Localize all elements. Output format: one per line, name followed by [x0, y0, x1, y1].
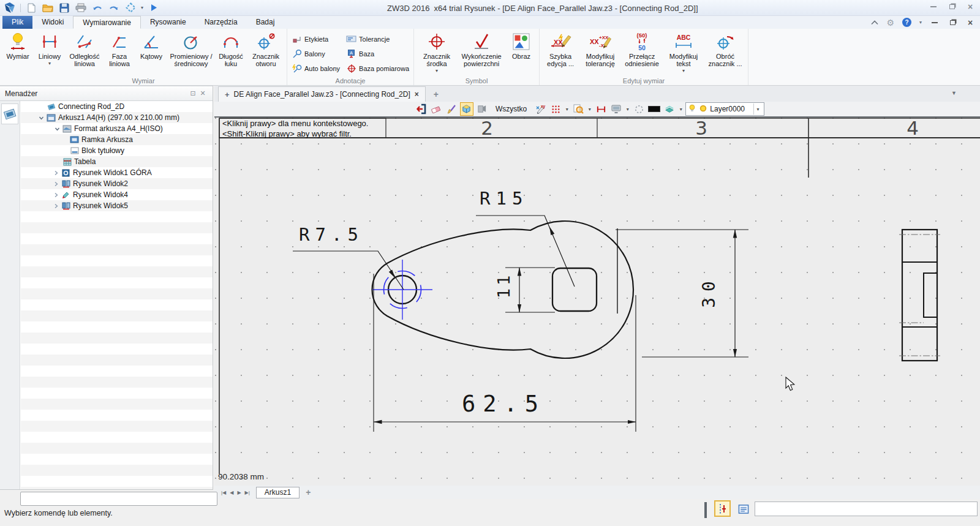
- dlugosc-luku-button[interactable]: Długość łuku: [215, 29, 247, 67]
- open-file-button[interactable]: [42, 2, 54, 14]
- manager-tab-icon[interactable]: [1, 103, 18, 124]
- panel-close-icon[interactable]: ✕: [198, 89, 208, 99]
- doc-close-button[interactable]: ×: [965, 18, 975, 27]
- dim-r15[interactable]: R15: [476, 188, 575, 287]
- restore-button[interactable]: [947, 2, 957, 11]
- new-document-tab-button[interactable]: +: [426, 86, 447, 102]
- liniowy-button[interactable]: Liniowy ▾: [34, 29, 66, 67]
- status-input-field[interactable]: [755, 502, 978, 516]
- tree-item-widok5[interactable]: Rysunek Widok5: [21, 200, 213, 211]
- regen-button[interactable]: [124, 2, 137, 14]
- tab-badaj[interactable]: Badaj: [247, 16, 284, 29]
- filter-icon[interactable]: [475, 102, 489, 116]
- sketch-xy-icon[interactable]: xy: [533, 102, 547, 116]
- tree-item-widok2[interactable]: Rysunek Widok2: [21, 178, 213, 189]
- paintbrush-icon[interactable]: [445, 102, 458, 116]
- redo-button[interactable]: [108, 2, 120, 14]
- tab-narzedzia[interactable]: Narzędzia: [195, 16, 247, 29]
- chevron-down-icon[interactable]: [38, 115, 44, 121]
- document-tab-active[interactable]: + DE Align Face_Parallel Jaw.z3 - [Conne…: [218, 86, 426, 102]
- panel-float-icon[interactable]: ⊡: [188, 89, 198, 99]
- wykonczenie-button[interactable]: Wykończenie powierzchni: [458, 29, 505, 67]
- minimize-button[interactable]: [929, 2, 938, 11]
- modyfikuj-tekst-button[interactable]: ABC Modyfikuj tekst ▾: [663, 29, 704, 75]
- modyfikuj-tolerancje-button[interactable]: XX+XX-XX Modyfikuj tolerancję: [579, 29, 621, 67]
- sheet-tab-arkusz1[interactable]: Arkusz1: [256, 487, 300, 498]
- next-sheet-button[interactable]: ▶: [235, 490, 243, 495]
- katowy-button[interactable]: Kątowy: [135, 29, 167, 60]
- command-input[interactable]: [20, 492, 217, 506]
- tree-item-widok4[interactable]: Rysunek Widok4: [21, 189, 213, 200]
- chevron-down-icon[interactable]: ▾: [141, 5, 143, 10]
- znacznik-otworu-button[interactable]: Znacznik otworu: [247, 29, 285, 67]
- baza-pomiarowa-button[interactable]: Baza pomiarowa: [344, 63, 412, 73]
- first-sheet-button[interactable]: |◀: [219, 490, 228, 495]
- doc-minimize-button[interactable]: [930, 18, 940, 27]
- chevron-down-icon[interactable]: ▾: [587, 107, 592, 112]
- add-sheet-button[interactable]: +: [306, 487, 311, 497]
- print-button[interactable]: [75, 2, 87, 14]
- display-mode-icon[interactable]: [609, 102, 623, 116]
- chevron-down-icon[interactable]: ▾: [625, 107, 630, 112]
- notes-toggle-button[interactable]: [736, 502, 750, 516]
- side-view[interactable]: [899, 230, 940, 361]
- layer-combobox[interactable]: Layer0000 ▾: [685, 102, 764, 116]
- exit-sketch-icon[interactable]: [414, 102, 428, 116]
- collapse-ribbon-icon[interactable]: [871, 18, 878, 27]
- chevron-down-icon[interactable]: ▾: [564, 107, 570, 112]
- promieniowy-button[interactable]: Promieniowy /średnicowy: [167, 29, 215, 67]
- chevron-down-icon[interactable]: [54, 126, 60, 132]
- tab-widoki[interactable]: Widoki: [32, 16, 73, 29]
- chevron-down-icon[interactable]: ▾: [678, 107, 684, 112]
- balony-button[interactable]: Balony: [289, 48, 342, 59]
- dimension-display-icon[interactable]: [594, 102, 608, 116]
- chevron-right-icon[interactable]: [53, 181, 59, 187]
- selection-filter-dropdown[interactable]: Wszystko: [491, 105, 532, 113]
- tree-item-arkusz1[interactable]: Arkusz1 A4(H) (297.00 x 210.00 mm): [21, 112, 213, 123]
- drawing-canvas[interactable]: 2 3 4 R7.5: [214, 118, 980, 486]
- grid-snap-icon[interactable]: [549, 102, 562, 116]
- dim-11[interactable]: 11: [494, 268, 555, 312]
- faza-liniowa-button[interactable]: Faza liniowa: [104, 29, 135, 67]
- eraser-icon[interactable]: [429, 102, 443, 116]
- zoom-region-icon[interactable]: [571, 102, 585, 116]
- chevron-right-icon[interactable]: [53, 192, 59, 198]
- last-sheet-button[interactable]: ▶|: [243, 490, 252, 495]
- tab-plik[interactable]: Plik: [2, 16, 32, 29]
- tree-item-format[interactable]: Format arkusza A4_H(ISO): [21, 123, 213, 134]
- undo-button[interactable]: [91, 2, 104, 14]
- selection-set-icon[interactable]: [632, 102, 646, 116]
- tab-rysowanie[interactable]: Rysowanie: [141, 16, 195, 29]
- new-file-button[interactable]: [25, 2, 37, 14]
- doc-restore-button[interactable]: [948, 18, 957, 27]
- close-button[interactable]: ×: [965, 2, 975, 11]
- tree-item-tabela[interactable]: Tabela: [21, 156, 213, 167]
- tree-item-ramka[interactable]: Ramka Arkusza: [21, 134, 213, 145]
- obraz-button[interactable]: Obraz: [505, 29, 537, 60]
- baza-button[interactable]: A Baza: [344, 48, 412, 59]
- auto-balony-button[interactable]: Auto balony: [289, 63, 342, 73]
- tolerancje-button[interactable]: Tolerancje: [344, 34, 412, 44]
- save-button[interactable]: [58, 2, 70, 14]
- obroc-znacznik-button[interactable]: Obróć znacznik ...: [704, 29, 746, 67]
- close-icon[interactable]: ×: [415, 90, 419, 99]
- prev-sheet-button[interactable]: ◀: [228, 490, 235, 495]
- zw3d-logo-icon[interactable]: [4, 2, 16, 14]
- chevron-down-icon[interactable]: ▾: [753, 103, 762, 115]
- znacznik-srodka-button[interactable]: Znacznik środka ▾: [416, 29, 458, 75]
- tab-wymiarowanie[interactable]: Wymiarowanie: [73, 16, 141, 29]
- odleglosc-liniowa-button[interactable]: Odległość liniowa: [66, 29, 104, 67]
- gear-icon[interactable]: ⚙: [886, 18, 894, 28]
- szybka-edycja-button[interactable]: XX Szybka edycja ...: [541, 29, 579, 67]
- etykieta-button[interactable]: Etykieta: [289, 34, 342, 44]
- line-color-swatch[interactable]: [647, 102, 661, 116]
- tree-item-widok1[interactable]: Rysunek Widok1 GÓRA: [21, 167, 213, 178]
- chevron-down-icon[interactable]: ▾: [919, 20, 922, 25]
- play-button[interactable]: [148, 2, 160, 14]
- layer-manager-icon[interactable]: [663, 102, 676, 116]
- chevron-right-icon[interactable]: [53, 203, 59, 209]
- wymiar-button[interactable]: Wymiar: [2, 29, 34, 60]
- przelacz-odniesienie-button[interactable]: (50)50 Przełącz odniesienie: [621, 29, 663, 67]
- help-icon[interactable]: ?: [902, 18, 911, 27]
- tree-item-blok[interactable]: Blok tytułowy: [21, 145, 213, 156]
